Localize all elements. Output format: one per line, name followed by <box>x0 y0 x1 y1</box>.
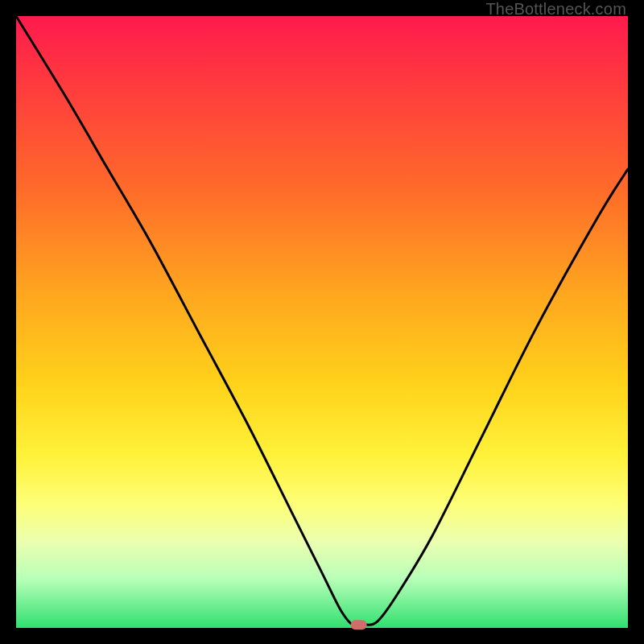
bottleneck-curve-path <box>16 16 628 626</box>
chart-svg <box>16 16 628 628</box>
outer-frame: TheBottleneck.com <box>0 0 644 644</box>
optimum-marker <box>351 620 367 630</box>
watermark-text: TheBottleneck.com <box>485 0 626 19</box>
